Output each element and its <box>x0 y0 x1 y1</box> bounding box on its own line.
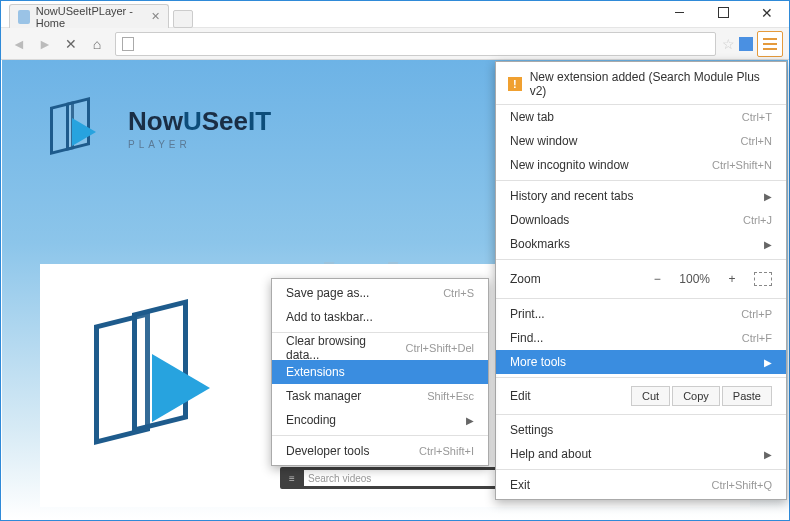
cut-button[interactable]: Cut <box>631 386 670 406</box>
window-minimize-button[interactable] <box>657 1 701 24</box>
page-icon <box>122 37 134 51</box>
zoom-out-button[interactable]: − <box>647 272 667 286</box>
menu-bookmarks[interactable]: Bookmarks▶ <box>496 232 786 256</box>
zoom-label: Zoom <box>510 272 541 286</box>
tab-title: NowUSeeItPLayer - Home <box>36 5 145 29</box>
title-bar: NowUSeeItPLayer - Home ✕ <box>1 1 789 28</box>
brand-subtitle: PLAYER <box>128 139 271 150</box>
menu-new-tab[interactable]: New tabCtrl+T <box>496 105 786 129</box>
window-close-button[interactable] <box>745 1 789 24</box>
new-tab-button[interactable] <box>173 10 193 28</box>
menu-incognito[interactable]: New incognito windowCtrl+Shift+N <box>496 153 786 177</box>
stop-button[interactable]: ✕ <box>59 32 83 56</box>
submenu-task-manager[interactable]: Task managerShift+Esc <box>272 384 488 408</box>
menu-settings[interactable]: Settings <box>496 418 786 442</box>
menu-history[interactable]: History and recent tabs▶ <box>496 184 786 208</box>
menu-edit-row: Edit Cut Copy Paste <box>496 381 786 411</box>
home-button[interactable]: ⌂ <box>85 32 109 56</box>
bookmark-star-icon[interactable]: ☆ <box>722 36 735 52</box>
window-maximize-button[interactable] <box>701 1 745 24</box>
forward-button[interactable]: ► <box>33 32 57 56</box>
brand-logo-block: NowUSeeIT PLAYER <box>46 96 271 160</box>
menu-help[interactable]: Help and about▶ <box>496 442 786 466</box>
brand-name: NowUSeeIT <box>128 106 271 137</box>
main-menu-button[interactable] <box>757 31 783 57</box>
submenu-clear-data[interactable]: Clear browsing data...Ctrl+Shift+Del <box>272 336 488 360</box>
main-menu: ! New extension added (Search Module Plu… <box>495 61 787 500</box>
paste-button[interactable]: Paste <box>722 386 772 406</box>
large-logo-icon <box>88 298 258 468</box>
brand-logo-icon <box>46 96 110 160</box>
menu-new-window[interactable]: New windowCtrl+N <box>496 129 786 153</box>
zoom-value: 100% <box>679 272 710 286</box>
submenu-save-page[interactable]: Save page as...Ctrl+S <box>272 281 488 305</box>
more-tools-submenu: Save page as...Ctrl+S Add to taskbar... … <box>271 278 489 466</box>
vc-menu-icon[interactable]: ≡ <box>284 470 300 486</box>
extension-icon[interactable] <box>739 37 753 51</box>
favicon-icon <box>18 10 30 24</box>
submenu-extensions[interactable]: Extensions <box>272 360 488 384</box>
tab-strip: NowUSeeItPLayer - Home ✕ <box>9 4 193 28</box>
menu-more-tools[interactable]: More tools▶ <box>496 350 786 374</box>
browser-tab[interactable]: NowUSeeItPLayer - Home ✕ <box>9 4 169 28</box>
menu-zoom: Zoom − 100% + <box>496 263 786 295</box>
address-bar[interactable] <box>115 32 716 56</box>
menu-notification[interactable]: ! New extension added (Search Module Plu… <box>496 64 786 105</box>
fullscreen-icon[interactable] <box>754 272 772 286</box>
submenu-dev-tools[interactable]: Developer toolsCtrl+Shift+I <box>272 439 488 463</box>
submenu-add-taskbar[interactable]: Add to taskbar... <box>272 305 488 329</box>
copy-button[interactable]: Copy <box>672 386 720 406</box>
alert-icon: ! <box>508 77 522 91</box>
tab-close-icon[interactable]: ✕ <box>151 10 160 23</box>
submenu-encoding[interactable]: Encoding▶ <box>272 408 488 432</box>
edit-label: Edit <box>510 389 531 403</box>
zoom-in-button[interactable]: + <box>722 272 742 286</box>
browser-window: NowUSeeItPLayer - Home ✕ ◄ ► ✕ ⌂ ☆ pcris… <box>0 0 790 521</box>
notification-text: New extension added (Search Module Plus … <box>530 70 774 98</box>
menu-exit[interactable]: ExitCtrl+Shift+Q <box>496 473 786 497</box>
menu-downloads[interactable]: DownloadsCtrl+J <box>496 208 786 232</box>
menu-find[interactable]: Find...Ctrl+F <box>496 326 786 350</box>
toolbar: ◄ ► ✕ ⌂ ☆ <box>1 28 789 60</box>
menu-print[interactable]: Print...Ctrl+P <box>496 302 786 326</box>
back-button[interactable]: ◄ <box>7 32 31 56</box>
